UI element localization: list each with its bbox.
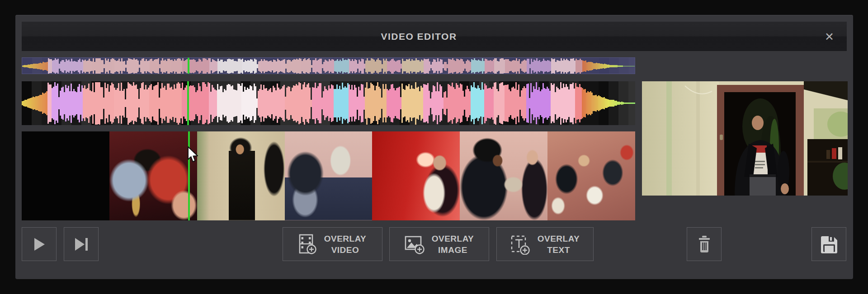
preview-frame-image bbox=[642, 81, 848, 196]
video-editor-panel: VIDEO EDITOR ✕ bbox=[15, 15, 853, 279]
playhead-filmstrip[interactable] bbox=[188, 131, 190, 220]
overlay-text-label: OVERLAY TEXT bbox=[538, 233, 580, 256]
delete-button[interactable] bbox=[687, 227, 722, 261]
video-timeline-track[interactable] bbox=[22, 131, 635, 220]
overlay-image-label: OVERLAY IMAGE bbox=[432, 233, 474, 256]
overlay-video-button[interactable]: OVERLAY VIDEO bbox=[283, 227, 382, 261]
overlay-image-button[interactable]: OVERLAY IMAGE bbox=[389, 227, 489, 261]
overlay-video-icon bbox=[299, 234, 317, 255]
trash-icon bbox=[697, 235, 712, 254]
skip-to-end-button[interactable] bbox=[64, 227, 99, 261]
audio-overview-track[interactable] bbox=[22, 57, 635, 74]
video-thumbnail-black-frame[interactable] bbox=[22, 131, 109, 220]
video-thumbnail-red-curtain-dancer[interactable] bbox=[372, 131, 460, 220]
playhead-overview[interactable] bbox=[188, 58, 189, 74]
video-thumbnail-hat-exchange[interactable] bbox=[460, 131, 547, 220]
play-icon bbox=[33, 237, 46, 252]
video-preview bbox=[642, 81, 848, 196]
video-thumbnail-dancer-in-doorway[interactable] bbox=[197, 131, 285, 220]
mouse-cursor-icon bbox=[187, 146, 199, 163]
play-button[interactable] bbox=[22, 227, 57, 261]
playhead-main[interactable] bbox=[187, 81, 189, 125]
close-icon[interactable]: ✕ bbox=[822, 30, 837, 43]
overlay-text-button[interactable]: OVERLAY TEXT bbox=[496, 227, 594, 261]
skip-to-end-icon bbox=[74, 237, 89, 252]
video-thumbnail-couch-scene[interactable] bbox=[285, 131, 373, 220]
save-icon bbox=[819, 234, 840, 255]
overview-waveform bbox=[22, 58, 635, 74]
window-title: VIDEO EDITOR bbox=[381, 31, 457, 42]
overlay-image-icon bbox=[405, 234, 425, 255]
main-waveform bbox=[22, 81, 635, 125]
video-thumbnail-party-scene[interactable] bbox=[109, 131, 197, 220]
save-button[interactable] bbox=[811, 227, 846, 261]
overlay-text-icon bbox=[510, 234, 530, 255]
titlebar: VIDEO EDITOR ✕ bbox=[22, 22, 847, 51]
video-thumbnail-crowd-scene[interactable] bbox=[547, 131, 635, 220]
audio-waveform-track[interactable] bbox=[22, 81, 635, 125]
overlay-video-label: OVERLAY VIDEO bbox=[324, 233, 367, 256]
